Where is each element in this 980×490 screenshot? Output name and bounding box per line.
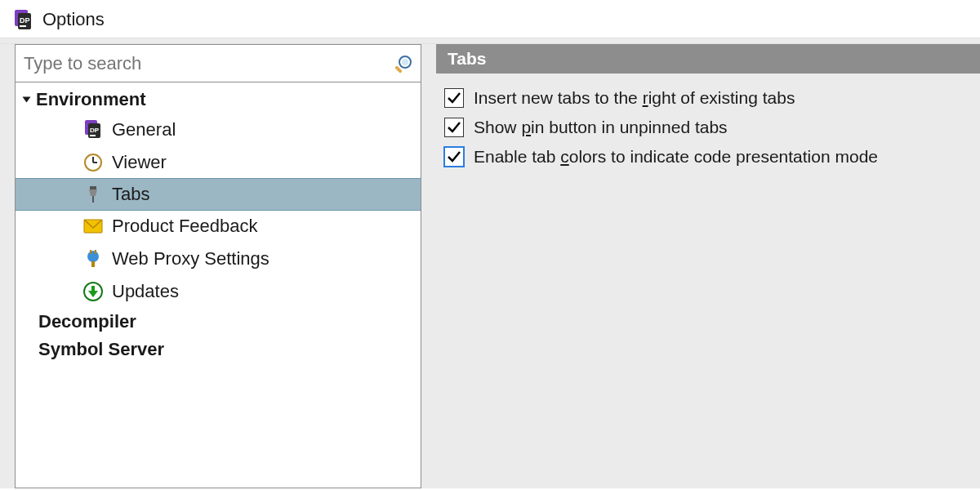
pin-icon bbox=[82, 184, 104, 205]
tree-item-label: Product Feedback bbox=[112, 216, 258, 237]
checkbox-insert-right[interactable] bbox=[444, 88, 464, 108]
tree-category-decompiler[interactable]: Decompiler bbox=[16, 308, 421, 336]
svg-point-18 bbox=[87, 251, 99, 262]
option-show-pin: Show pin button in unpinned tabs bbox=[444, 113, 972, 142]
tree-item-general[interactable]: DP General bbox=[16, 114, 421, 146]
tree-item-tabs[interactable]: Tabs bbox=[16, 178, 421, 211]
tree: Environment DP General bbox=[16, 82, 421, 363]
checkbox-tab-colors[interactable] bbox=[444, 147, 464, 167]
svg-rect-10 bbox=[90, 135, 96, 136]
tree-category-label: Decompiler bbox=[38, 311, 136, 332]
svg-rect-3 bbox=[20, 25, 26, 27]
clock-icon bbox=[82, 152, 104, 173]
tree-category-symbolserver[interactable]: Symbol Server bbox=[16, 336, 421, 363]
option-label[interactable]: Insert new tabs to the right of existing… bbox=[474, 88, 795, 108]
search-input[interactable] bbox=[22, 50, 393, 78]
option-tab-colors: Enable tab colors to indicate code prese… bbox=[444, 142, 972, 172]
tree-item-label: General bbox=[112, 119, 176, 140]
svg-point-5 bbox=[402, 59, 408, 65]
tree-item-feedback[interactable]: Product Feedback bbox=[16, 210, 421, 243]
svg-rect-20 bbox=[95, 250, 96, 254]
options-area: Insert new tabs to the right of existing… bbox=[436, 74, 980, 181]
titlebar: DP Options bbox=[0, 0, 980, 38]
body: Environment DP General bbox=[0, 44, 980, 488]
window-title: Options bbox=[42, 9, 105, 30]
option-label[interactable]: Show pin button in unpinned tabs bbox=[474, 118, 728, 137]
svg-rect-21 bbox=[91, 261, 95, 267]
app-small-icon: DP bbox=[82, 119, 104, 140]
tree-item-proxy[interactable]: Web Proxy Settings bbox=[16, 243, 421, 275]
svg-text:DP: DP bbox=[90, 127, 100, 134]
app-icon: DP bbox=[11, 8, 34, 31]
tree-item-label: Tabs bbox=[112, 184, 149, 205]
checkbox-show-pin[interactable] bbox=[444, 118, 464, 137]
separator bbox=[0, 38, 980, 44]
svg-marker-15 bbox=[89, 189, 97, 196]
tree-item-label: Viewer bbox=[112, 152, 167, 173]
download-icon bbox=[82, 281, 104, 302]
left-panel: Environment DP General bbox=[15, 44, 421, 488]
tree-category-environment[interactable]: Environment bbox=[16, 86, 421, 114]
right-panel: Tabs Insert new tabs to the right of exi… bbox=[436, 44, 980, 488]
option-insert-right: Insert new tabs to the right of existing… bbox=[444, 83, 972, 113]
tree-category-label: Environment bbox=[36, 89, 145, 110]
option-label[interactable]: Enable tab colors to indicate code prese… bbox=[474, 147, 878, 167]
search-row bbox=[16, 45, 421, 82]
svg-rect-14 bbox=[90, 186, 96, 189]
svg-rect-19 bbox=[90, 250, 91, 254]
svg-text:DP: DP bbox=[20, 16, 30, 24]
tree-item-viewer[interactable]: Viewer bbox=[16, 146, 421, 179]
search-icon[interactable] bbox=[393, 53, 414, 74]
tree-category-label: Symbol Server bbox=[38, 339, 164, 360]
expand-arrow-icon bbox=[23, 97, 31, 103]
plug-icon bbox=[82, 248, 104, 270]
tree-item-label: Web Proxy Settings bbox=[112, 248, 270, 270]
tree-item-label: Updates bbox=[112, 281, 179, 302]
tree-item-updates[interactable]: Updates bbox=[16, 275, 421, 308]
mail-icon bbox=[82, 216, 104, 237]
right-panel-header: Tabs bbox=[436, 44, 980, 74]
